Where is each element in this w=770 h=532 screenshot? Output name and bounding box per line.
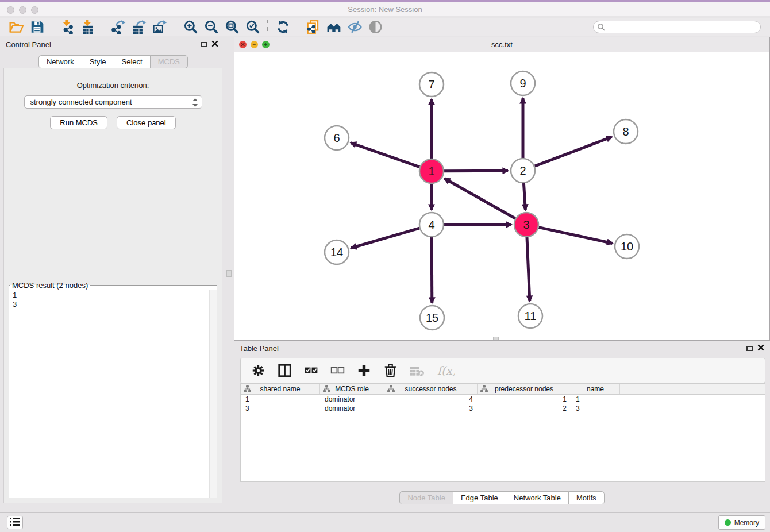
search-input[interactable]: [593, 21, 761, 33]
node-1[interactable]: 1: [419, 159, 444, 183]
zoom-fit-button[interactable]: [221, 19, 242, 35]
node-9[interactable]: 9: [511, 71, 535, 95]
column-header-successor-nodes[interactable]: successor nodes: [384, 384, 478, 394]
result-scrollbar[interactable]: [209, 290, 217, 498]
node-10[interactable]: 10: [615, 234, 639, 259]
titlebar: Session: New Session: [0, 0, 770, 16]
tab-network-table[interactable]: Network Table: [506, 491, 569, 504]
toggle-columns-button[interactable]: [277, 363, 292, 378]
node-14[interactable]: 14: [325, 240, 349, 264]
network-canvas[interactable]: 7968124314101511: [234, 52, 769, 340]
show-all-button[interactable]: [365, 19, 386, 35]
splitter-grip-horizontal[interactable]: [493, 337, 499, 340]
memory-button[interactable]: Memory: [718, 515, 765, 530]
column-header-name[interactable]: name: [571, 384, 620, 394]
column-header-label: predecessor nodes: [495, 385, 553, 393]
run-mcds-button[interactable]: Run MCDS: [50, 116, 107, 129]
svg-text:14: 14: [330, 246, 343, 259]
mcds-panel: Optimization criterion: strongly connect…: [3, 68, 222, 503]
table-cell[interactable]: 2: [478, 404, 571, 413]
task-history-button[interactable]: [7, 516, 23, 529]
edge-4-15[interactable]: [432, 237, 432, 303]
zoom-out-button[interactable]: [201, 19, 221, 35]
table-cell[interactable]: 3: [571, 404, 620, 413]
node-15[interactable]: 15: [420, 306, 444, 330]
svg-text:6: 6: [333, 132, 340, 144]
node-4[interactable]: 4: [419, 213, 444, 237]
table-row[interactable]: 3dominator323: [241, 404, 765, 413]
select-all-columns-button[interactable]: [303, 363, 319, 378]
network-frame-titlebar[interactable]: ✕−+ scc.txt: [234, 37, 769, 52]
float-panel-icon[interactable]: [201, 42, 207, 47]
control-panel-tabs: NetworkStyleSelectMCDS: [0, 55, 226, 68]
duplicate-network-button[interactable]: [303, 19, 324, 35]
main-toolbar: [0, 18, 770, 36]
node-table: shared name MCDS role successor nodes pr…: [240, 383, 765, 482]
attribute-tree-icon: [323, 385, 330, 394]
table-settings-button[interactable]: [251, 363, 266, 378]
close-panel-icon[interactable]: [211, 40, 218, 49]
mcds-result-area[interactable]: 1 3: [9, 290, 217, 498]
delete-row-button[interactable]: [383, 363, 398, 378]
table-tabs: Node TableEdge TableNetwork TableMotifs: [234, 491, 770, 504]
tab-motifs[interactable]: Motifs: [568, 491, 605, 504]
first-neighbors-button[interactable]: [324, 19, 344, 35]
edge-1-6[interactable]: [351, 143, 420, 167]
tab-style[interactable]: Style: [82, 55, 114, 68]
table-cell[interactable]: 4: [384, 395, 478, 403]
add-column-button[interactable]: [356, 363, 372, 378]
table-cell[interactable]: 1: [571, 395, 620, 403]
table-cell[interactable]: 3: [241, 404, 320, 413]
zoom-selected-button[interactable]: [242, 19, 263, 35]
float-table-panel-icon[interactable]: [746, 346, 753, 351]
close-panel-button[interactable]: Close panel: [117, 116, 176, 129]
open-session-button[interactable]: [6, 19, 26, 35]
attribute-tree-icon: [244, 385, 251, 394]
table-cell[interactable]: dominator: [320, 404, 384, 413]
close-table-panel-icon[interactable]: [757, 344, 764, 353]
tab-edge-table[interactable]: Edge Table: [453, 491, 506, 504]
table-cell[interactable]: dominator: [320, 395, 384, 403]
deselect-all-columns-button[interactable]: [330, 363, 345, 378]
table-cell[interactable]: 1: [478, 395, 571, 403]
node-11[interactable]: 11: [518, 304, 542, 328]
import-table-button[interactable]: [78, 19, 98, 35]
edge-2-3[interactable]: [523, 183, 525, 210]
export-table-button[interactable]: [129, 19, 149, 35]
node-3[interactable]: 3: [514, 213, 538, 237]
edge-3-1[interactable]: [445, 179, 515, 218]
node-6[interactable]: 6: [325, 126, 349, 150]
column-header-label: shared name: [260, 385, 300, 393]
edge-3-11[interactable]: [527, 237, 530, 301]
column-header-predecessor-nodes[interactable]: predecessor nodes: [478, 384, 571, 394]
export-network-button[interactable]: [108, 19, 129, 35]
node-2[interactable]: 2: [511, 159, 535, 183]
tab-select[interactable]: Select: [114, 55, 151, 68]
splitter-grip-vertical[interactable]: [226, 270, 232, 277]
tab-mcds[interactable]: MCDS: [150, 55, 188, 68]
zoom-in-button[interactable]: [180, 19, 201, 35]
save-session-button[interactable]: [26, 19, 47, 35]
column-header-label: successor nodes: [405, 385, 456, 393]
table-row[interactable]: 1dominator411: [241, 395, 765, 404]
toolbar-separator: [267, 20, 268, 34]
table-cell[interactable]: 3: [384, 404, 478, 413]
hide-selected-button[interactable]: [344, 19, 365, 35]
optimization-select[interactable]: strongly connected component: [24, 95, 202, 109]
edge-2-8[interactable]: [535, 137, 612, 166]
column-header-shared-name[interactable]: shared name: [241, 384, 320, 394]
edge-4-14[interactable]: [351, 228, 419, 248]
table-cell[interactable]: 1: [241, 395, 320, 403]
toolbar-separator: [175, 20, 175, 34]
column-header-MCDS-role[interactable]: MCDS role: [320, 384, 384, 394]
refresh-layout-button[interactable]: [272, 19, 293, 35]
tab-network[interactable]: Network: [38, 55, 82, 68]
edge-3-10[interactable]: [538, 228, 612, 244]
node-8[interactable]: 8: [614, 119, 638, 144]
edge-1-2[interactable]: [444, 171, 508, 171]
node-7[interactable]: 7: [419, 72, 444, 97]
import-network-button[interactable]: [57, 19, 78, 35]
export-image-button[interactable]: [149, 19, 170, 35]
table-panel-title: Table Panel: [240, 344, 279, 353]
tab-node-table[interactable]: Node Table: [399, 491, 453, 504]
